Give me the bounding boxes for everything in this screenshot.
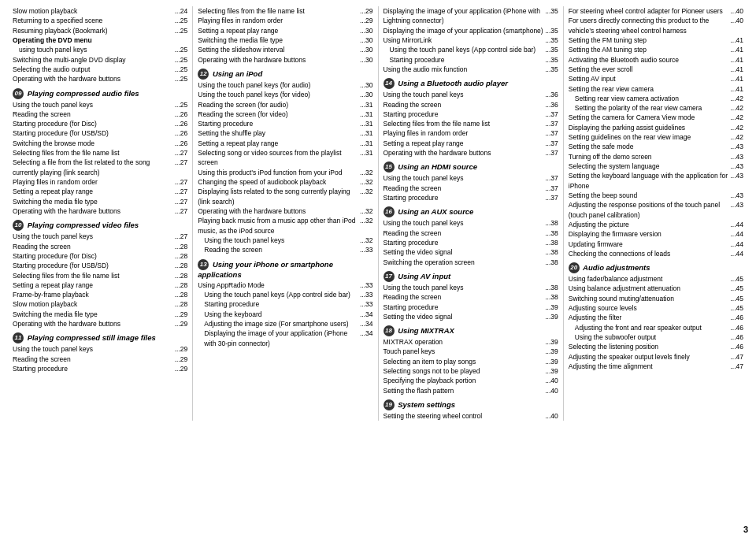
toc-column-col3: Displaying the image of your application… <box>379 6 564 421</box>
toc-entry: Operating with the hardware buttons...29 <box>13 319 187 329</box>
toc-entry: Starting procedure...37 <box>384 193 558 202</box>
entry-title: Adjusting the front and rear speaker out… <box>575 323 731 332</box>
entry-title: using touch panel keys <box>19 45 175 54</box>
entry-page: ...39 <box>545 357 558 366</box>
entry-title: Switching sound muting/attenuation <box>569 294 731 303</box>
toc-entry: Setting a repeat play range...28 <box>13 280 187 290</box>
entry-title: Switching the browse mode <box>13 139 175 148</box>
entry-page: ...37 <box>545 139 558 148</box>
entry-title: Switching the media file type <box>198 35 360 45</box>
toc-entry: Operating with the hardware buttons...30 <box>198 55 372 65</box>
entry-page: ...31 <box>360 148 373 168</box>
entry-page: ...33 <box>360 290 373 299</box>
entry-title: Selecting files from the file name list <box>198 6 360 16</box>
section-header-18: 18 Using MIXTRAX <box>384 325 558 336</box>
entry-page: ...44 <box>730 220 743 229</box>
toc-entry: Switching the browse mode...26 <box>13 139 187 148</box>
toc-entry: Using the touch panel keys...27 <box>13 232 187 241</box>
entry-title: Turning off the demo screen <box>569 152 731 161</box>
toc-entry: Adjusting the speaker output levels fine… <box>569 352 743 362</box>
section-header-09: 09 Playing compressed audio files <box>13 88 187 99</box>
page-number: 3 <box>743 525 748 534</box>
entry-title: Using the touch panel keys (App control … <box>204 290 360 299</box>
entry-page: ...37 <box>545 184 558 193</box>
entry-page: ...29 <box>175 319 188 329</box>
toc-entry: Using the touch panel keys...37 <box>384 173 558 183</box>
toc-entry: Specifying the playback portion...40 <box>384 376 558 385</box>
entry-title: Setting a repeat play range <box>198 139 360 148</box>
entry-page: ...44 <box>730 229 743 239</box>
entry-page: ...27 <box>175 187 188 196</box>
entry-page: ...42 <box>730 113 743 122</box>
entry-page: ...31 <box>360 110 373 119</box>
entry-page: ...27 <box>175 232 188 241</box>
entry-title: Switching the operation screen <box>384 258 546 267</box>
entry-page: ...35 <box>545 35 558 45</box>
toc-entry: Switching the media file type...27 <box>13 197 187 206</box>
entry-page: ...34 <box>360 329 373 348</box>
section-num: 18 <box>384 325 395 336</box>
entry-page: ...47 <box>730 362 743 371</box>
toc-entry: Reading the screen...38 <box>384 292 558 302</box>
entry-page: ...25 <box>175 16 188 25</box>
toc-entry: Using the touch panel keys...25 <box>13 100 187 110</box>
entry-title: Selecting songs not to be played <box>384 366 546 376</box>
entry-page: ...34 <box>360 319 373 329</box>
entry-title: Using the touch panel keys <box>384 173 546 183</box>
entry-title: Slow motion playback <box>13 6 175 16</box>
entry-title: Using MirrorLink <box>384 35 546 45</box>
entry-page: ...33 <box>360 299 373 309</box>
toc-entry: Using the audio mix function...35 <box>384 65 558 74</box>
section-header-11: 11 Playing compressed still image files <box>13 332 187 343</box>
entry-title: Selecting files from the file name list <box>13 148 175 158</box>
entry-page: ...38 <box>545 218 558 228</box>
entry-page: ...39 <box>545 347 558 356</box>
entry-page: ...36 <box>545 100 558 110</box>
entry-page: ...28 <box>175 242 188 251</box>
toc-entry: Switching the operation screen...38 <box>384 258 558 267</box>
toc-entry: Operating with the hardware buttons...25 <box>13 74 187 84</box>
toc-entry: Setting AV input...41 <box>569 74 743 84</box>
toc-entry: Adjusting the picture...44 <box>569 220 743 229</box>
entry-page: ...37 <box>545 173 558 183</box>
section-num: 20 <box>569 262 580 273</box>
entry-title: Operating with the hardware buttons <box>198 55 360 65</box>
entry-page: ...37 <box>545 119 558 128</box>
entry-page: ...39 <box>545 337 558 347</box>
entry-title: Displaying the parking assist guidelines <box>569 123 731 132</box>
entry-page: ...32 <box>360 187 373 206</box>
toc-entry: Using MirrorLink...35 <box>384 35 558 45</box>
toc-entry: Using the touch panel keys (App control … <box>384 45 558 54</box>
entry-title: Playing files in random order <box>198 16 360 25</box>
toc-entry: Selecting a file from the list related t… <box>13 158 187 177</box>
entry-title: Playing files in random order <box>13 177 175 187</box>
toc-entry: Playing files in random order...27 <box>13 177 187 187</box>
entry-title: Starting procedure <box>198 119 360 128</box>
section-num: 14 <box>384 78 395 89</box>
entry-title: Switching the media file type <box>13 310 175 319</box>
entry-title: Adjusting the filter <box>569 313 731 322</box>
entry-title: Using the audio mix function <box>384 65 546 74</box>
entry-title: Selecting song or video sources from the… <box>198 148 360 168</box>
entry-title: Setting the camera for Camera View mode <box>569 113 731 122</box>
entry-page: ...41 <box>730 35 743 45</box>
entry-page: ...29 <box>360 16 373 25</box>
section-header-17: 17 Using AV input <box>384 271 558 282</box>
entry-title: Switching the multi-angle DVD display <box>13 55 175 65</box>
entry-title: Selecting files from the file name list <box>13 271 175 280</box>
entry-page: ...45 <box>730 274 743 284</box>
entry-page: ...26 <box>175 119 188 128</box>
entry-page <box>175 35 187 45</box>
entry-page: ...25 <box>175 26 188 35</box>
entry-page: ...43 <box>730 152 743 161</box>
entry-page: ...32 <box>360 206 373 216</box>
toc-entry: Operating with the hardware buttons...27 <box>13 206 187 216</box>
section-num: 13 <box>198 259 209 270</box>
entry-page: ...46 <box>730 332 743 342</box>
entry-page: ...43 <box>730 191 743 200</box>
entry-title: Specifying the playback portion <box>384 376 546 385</box>
entry-title: Starting procedure <box>384 303 546 312</box>
toc-entry: Operating with the hardware buttons...32 <box>198 206 372 216</box>
section-num: 11 <box>13 332 24 343</box>
entry-title: Setting the steering wheel control <box>384 411 546 421</box>
